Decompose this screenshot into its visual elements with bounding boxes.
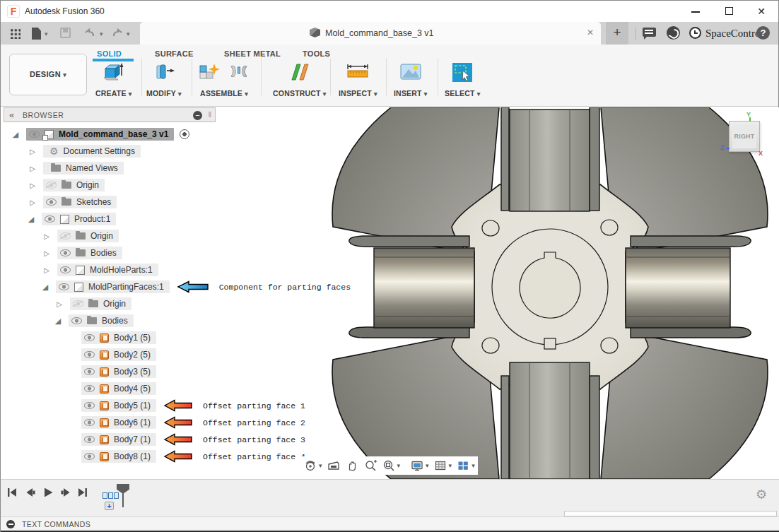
redo-caret-icon[interactable]: ▾ [127,30,130,37]
insert-icon[interactable] [396,61,426,84]
visibility-eye-icon[interactable] [84,453,95,460]
visibility-eye-icon[interactable] [84,334,95,341]
group-select[interactable]: SELECT ▾ [445,61,480,97]
timeline-scrollbar[interactable] [564,511,777,516]
tree-item-label[interactable]: Body3 (5) [114,367,151,377]
tree-item-label[interactable]: Body2 (5) [114,350,151,360]
tree-row-bodies[interactable]: ▷ Bodies [6,245,122,261]
tree-item-label[interactable]: Mold_command_base_3 v1 [59,129,168,139]
tree-item-label[interactable]: Product:1 [74,214,110,224]
app-grid-icon[interactable] [9,28,20,39]
visibility-eye-icon[interactable] [60,249,71,256]
tree-row-sketches[interactable]: ▷ Sketches [6,194,117,210]
inspect-icon[interactable] [341,61,375,84]
tree-item-label[interactable]: MoldPartingFaces:1 [88,282,164,292]
group-construct[interactable]: CONSTRUCT ▾ [273,61,327,97]
minimize-button[interactable] [681,1,710,22]
timeline-settings-gear-icon[interactable]: ⚙ [756,487,767,502]
tree-row-moldholeparts[interactable]: ▷ MoldHoleParts:1 [6,262,158,278]
group-modify[interactable]: MODIFY ▾ [146,61,182,97]
collapse-triangle-icon[interactable]: ▷ [42,266,52,274]
expand-triangle-icon[interactable]: ◢ [40,283,50,292]
visibility-eye-icon[interactable] [84,368,95,375]
tab-surface[interactable]: SURFACE [155,49,194,58]
tree-row-body5[interactable]: Body5 (1) Offset parting face 1 [6,398,305,413]
tree-row-body4[interactable]: Body4 (5) [6,381,156,396]
tree-item-label[interactable]: Body8 (1) [114,451,151,461]
browser-header[interactable]: « BROWSER − ‖ [4,107,216,122]
tree-item-label[interactable]: Body1 (5) [114,333,151,343]
file-menu-caret-icon[interactable]: ▾ [45,30,48,37]
select-icon[interactable] [448,61,476,84]
group-assemble[interactable]: ASSEMBLE ▾ [197,61,251,97]
text-commands-toggle-icon[interactable] [6,520,15,528]
timeline-add-group-button[interactable]: + [105,502,114,510]
construct-icon[interactable] [279,61,320,84]
right-cylinder-body[interactable] [626,236,751,338]
tree-row-root[interactable]: ◢ Mold_command_base_3 v1 [6,126,189,142]
expand-triangle-icon[interactable]: ◢ [11,130,20,139]
save-icon[interactable] [60,28,71,38]
tab-sheet-metal[interactable]: SHEET METAL [224,49,281,58]
text-commands-label[interactable]: TEXT COMMANDS [22,520,90,528]
tab-solid[interactable]: SOLID [97,49,122,58]
document-tab[interactable]: Mold_command_base_3 v1 ✕ [140,22,601,45]
maximize-button[interactable] [715,1,743,22]
visibility-eye-icon[interactable] [60,266,71,273]
tree-item-label[interactable]: Document Settings [64,146,135,156]
collapse-triangle-icon[interactable]: ▷ [28,148,37,155]
file-menu-icon[interactable] [32,28,41,40]
center-plate-body[interactable] [452,184,648,389]
collapse-panel-icon[interactable]: « [9,110,14,120]
tree-item-label[interactable]: Origin [103,299,126,309]
tree-item-label[interactable]: Sketches [76,197,111,207]
visibility-eye-icon[interactable] [45,215,55,223]
help-icon[interactable]: ? [756,26,770,40]
tree-row-named-views[interactable]: ▷ Named Views [6,160,124,176]
tree-row-body2[interactable]: Body2 (5) [6,347,156,362]
visibility-off-eye-icon[interactable] [60,232,71,240]
tree-item-label[interactable]: Body5 (1) [114,401,151,410]
tree-row-origin3[interactable]: ▷ Origin [6,296,131,312]
timeline-feature-marker[interactable] [108,492,113,499]
visibility-eye-icon[interactable] [29,131,40,138]
visibility-off-eye-icon[interactable] [46,182,57,189]
tree-item-label[interactable]: Origin [90,231,113,241]
orbit-button[interactable]: ▾ [303,459,322,473]
visibility-eye-icon[interactable] [84,351,95,358]
visibility-off-eye-icon[interactable] [73,300,83,307]
close-button[interactable]: ✕ [747,1,775,22]
tree-item-label[interactable]: Body7 (1) [114,435,151,444]
tree-row-body3[interactable]: Body3 (5) [6,364,156,379]
tab-tools[interactable]: TOOLS [303,49,330,58]
workspace-selector[interactable]: DESIGN ▾ [9,54,87,95]
tree-row-body6[interactable]: Body6 (1) Offset parting face 2 [6,415,305,430]
create-icon[interactable] [102,61,126,84]
timeline-feature-marker[interactable] [102,492,107,499]
plate-square-feature[interactable] [544,338,556,349]
collapse-triangle-icon[interactable]: ▷ [28,199,37,206]
group-create[interactable]: CREATE ▾ [95,61,131,97]
timeline-feature-marker[interactable] [114,492,119,499]
job-status-icon[interactable] [667,26,680,40]
group-inspect[interactable]: INSPECT ▾ [339,61,377,97]
go-to-end-button[interactable] [77,487,88,498]
expand-triangle-icon[interactable]: ◢ [53,317,63,326]
collapse-triangle-icon[interactable]: ▷ [54,300,64,308]
top-channel-body[interactable] [501,107,599,211]
tree-row-origin2[interactable]: ▷ Origin [6,228,119,244]
look-at-button[interactable] [327,459,341,473]
tree-row-body7[interactable]: Body7 (1) Offset parting face 3 [6,432,305,447]
display-settings-button[interactable]: ▾ [410,459,429,473]
tree-item-label[interactable]: Body6 (1) [114,418,151,427]
bottom-channel-body[interactable] [501,362,599,479]
tree-row-body1[interactable]: Body1 (5) [6,330,156,345]
collapse-triangle-icon[interactable]: ▷ [42,232,52,240]
tree-row-bodies2[interactable]: ◢ Bodies [6,313,134,329]
browser-grip-icon[interactable]: ‖ [208,110,211,119]
collapse-triangle-icon[interactable]: ▷ [28,182,37,189]
tree-row-body8[interactable]: Body8 (1) Offset parting face 4 [6,449,305,464]
visibility-eye-icon[interactable] [59,283,69,290]
expand-triangle-icon[interactable]: ◢ [26,215,36,224]
visibility-eye-icon[interactable] [84,402,95,409]
